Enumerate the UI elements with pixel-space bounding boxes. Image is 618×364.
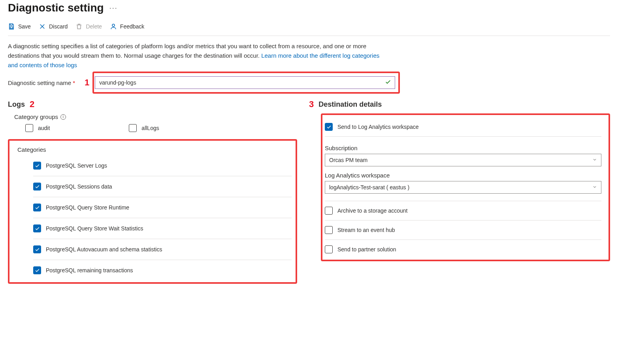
callout-1: 1 xyxy=(83,77,91,88)
cat-label-3: PostgreSQL Query Store Wait Statistics xyxy=(46,225,143,232)
checkbox-cat-3[interactable] xyxy=(33,224,41,232)
valid-check-icon xyxy=(385,79,391,87)
discard-label: Discard xyxy=(49,23,68,30)
destination-heading: 3 Destination details xyxy=(321,99,610,109)
setting-name-input[interactable] xyxy=(95,76,395,89)
categories-label: Categories xyxy=(17,146,292,153)
delete-label: Delete xyxy=(86,23,102,30)
workspace-value: logAnalytics-Test-sarat ( eastus ) xyxy=(329,184,409,190)
category-groups-label: Category groups i xyxy=(14,113,297,120)
workspace-select[interactable]: logAnalytics-Test-sarat ( eastus ) xyxy=(325,181,601,194)
setting-name-label: Diagnostic setting name * xyxy=(8,79,79,86)
highlight-box-2: Categories PostgreSQL Server Logs Postgr… xyxy=(8,139,297,284)
svg-rect-0 xyxy=(10,27,13,29)
log-analytics-label: Send to Log Analytics workspace xyxy=(337,124,418,130)
partner-label: Send to partner solution xyxy=(337,246,396,253)
save-button[interactable]: Save xyxy=(8,23,31,30)
discard-button[interactable]: Discard xyxy=(39,23,68,30)
checkbox-cat-5[interactable] xyxy=(33,266,41,274)
toolbar: Save Discard Delete Feedback xyxy=(8,14,610,36)
audit-label: audit xyxy=(38,125,50,131)
checkbox-cat-4[interactable] xyxy=(33,245,41,253)
checkbox-partner[interactable] xyxy=(325,245,333,253)
chevron-down-icon xyxy=(592,184,597,190)
cat-label-2: PostgreSQL Query Store Runtime xyxy=(46,204,129,211)
highlight-box-3: Send to Log Analytics workspace Subscrip… xyxy=(321,113,610,261)
stream-label: Stream to an event hub xyxy=(337,227,395,233)
checkbox-cat-2[interactable] xyxy=(33,204,41,211)
feedback-button[interactable]: Feedback xyxy=(110,23,144,30)
info-icon[interactable]: i xyxy=(60,114,66,120)
description-text: A diagnostic setting specifies a list of… xyxy=(8,36,387,72)
checkbox-alllogs[interactable] xyxy=(129,124,137,132)
save-label: Save xyxy=(18,23,31,30)
close-icon xyxy=(39,23,46,30)
svg-point-1 xyxy=(112,24,115,26)
cat-label-4: PostgreSQL Autovacuum and schema statist… xyxy=(46,246,162,253)
callout-2: 2 xyxy=(28,99,36,109)
checkbox-stream[interactable] xyxy=(325,226,333,234)
cat-label-0: PostgreSQL Server Logs xyxy=(46,162,107,169)
archive-label: Archive to a storage account xyxy=(337,207,407,214)
logs-heading: Logs 2 xyxy=(8,99,297,109)
delete-button: Delete xyxy=(75,23,102,30)
trash-icon xyxy=(75,23,83,30)
cat-label-5: PostgreSQL remaining transactions xyxy=(46,267,133,273)
checkbox-cat-1[interactable] xyxy=(33,183,41,190)
checkbox-audit[interactable] xyxy=(25,124,33,132)
checkbox-log-analytics[interactable] xyxy=(325,123,333,131)
checkbox-cat-0[interactable] xyxy=(33,162,41,170)
chevron-down-icon xyxy=(592,157,597,163)
cat-label-1: PostgreSQL Sessions data xyxy=(46,183,112,190)
feedback-label: Feedback xyxy=(120,23,144,30)
checkbox-archive[interactable] xyxy=(325,207,333,215)
callout-3: 3 xyxy=(307,99,315,109)
subscription-select[interactable]: Orcas PM team xyxy=(325,154,601,166)
save-icon xyxy=(8,23,15,30)
workspace-label: Log Analytics workspace xyxy=(325,172,601,179)
alllogs-label: allLogs xyxy=(141,125,159,131)
feedback-icon xyxy=(110,23,117,30)
subscription-value: Orcas PM team xyxy=(329,157,367,163)
page-title: Diagnostic setting xyxy=(8,2,104,14)
more-actions-icon[interactable]: ··· xyxy=(109,4,118,12)
subscription-label: Subscription xyxy=(325,145,601,151)
